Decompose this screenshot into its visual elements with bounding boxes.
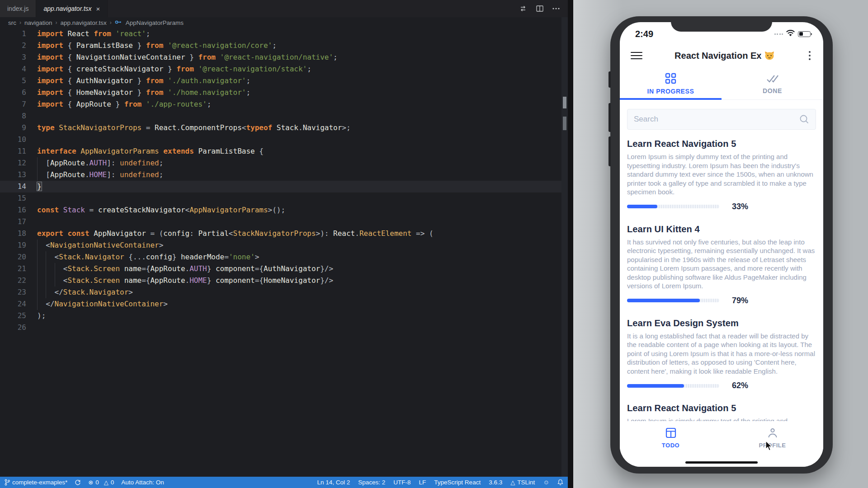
indentation[interactable]: Spaces: 2 [358, 479, 385, 486]
breadcrumb-item[interactable]: AppNavigatorParams [126, 19, 184, 26]
home-indicator[interactable] [685, 461, 758, 464]
tab-index-js[interactable]: index.js [0, 0, 36, 17]
code-line[interactable]: 18export const AppNavigator = (config: P… [0, 228, 561, 239]
task-card[interactable]: Learn Eva Design SystemIt is a long esta… [627, 311, 816, 396]
language-mode[interactable]: TypeScript React [434, 479, 481, 486]
editor-tab-bar: index.js app.navigator.tsx × [0, 0, 568, 17]
code-line[interactable]: 23</Stack.Navigator> [0, 286, 561, 298]
code-line[interactable]: 7import { AppRoute } from './app-routes'… [0, 99, 561, 110]
git-branch-icon [5, 479, 10, 486]
code-line[interactable]: 20<Stack.Navigator {...config} headerMod… [0, 251, 561, 263]
task-card[interactable]: Learn UI Kitten 4It has survived not onl… [627, 217, 816, 311]
tslint-status[interactable]: △ TSLint [510, 479, 535, 486]
close-tab-icon[interactable]: × [96, 5, 100, 13]
code-line[interactable]: 24</NavigationNativeContainer> [0, 298, 561, 310]
breadcrumb-item[interactable]: navigation [24, 19, 52, 26]
error-icon: ⊗ [88, 479, 93, 485]
code-area[interactable]: 1import React from 'react';2import { Par… [0, 28, 561, 333]
more-actions-icon[interactable] [552, 8, 560, 9]
tab-done[interactable]: DONE [722, 68, 823, 99]
line-number: 22 [0, 275, 26, 286]
code-line[interactable]: 6import { HomeNavigator } from './home.n… [0, 87, 561, 99]
line-number: 20 [0, 251, 26, 263]
phone-screen: 2:49 React Navigation Ex IN PROGRESS [620, 22, 823, 467]
task-description: It is a long established fact that a rea… [627, 332, 816, 376]
tab-app-navigator-tsx[interactable]: app.navigator.tsx × [36, 0, 108, 17]
line-number: 26 [0, 322, 26, 333]
task-list[interactable]: Learn React Navigation 5Lorem Ipsum is s… [620, 130, 823, 467]
code-line[interactable]: 22<Stack.Screen name={AppRoute.HOME} com… [0, 275, 561, 286]
code-line[interactable]: 16const Stack = createStackNavigator<App… [0, 204, 561, 216]
line-number: 18 [0, 228, 26, 239]
progress-bar [627, 299, 719, 302]
breadcrumb-item[interactable]: app.navigator.tsx [61, 19, 107, 26]
code-line[interactable]: 14} [0, 181, 561, 192]
line-number: 24 [0, 298, 26, 310]
line-number: 21 [0, 263, 26, 275]
code-line[interactable]: 12[AppRoute.AUTH]: undefined; [0, 157, 561, 169]
notifications-bell-icon[interactable] [557, 479, 563, 486]
search-placeholder: Search [634, 115, 658, 124]
code-line[interactable]: 5import { AuthNavigator } from './auth.n… [0, 75, 561, 87]
cat-emoji-icon [764, 51, 774, 60]
code-line[interactable]: 19<NavigationNativeContainer> [0, 239, 561, 251]
app-title: React Navigation Ex [642, 51, 807, 61]
overflow-menu-icon[interactable] [807, 49, 813, 62]
progress-label: 62% [732, 381, 748, 390]
code-line[interactable]: 25); [0, 310, 561, 322]
symbol-interface-icon [115, 19, 122, 26]
task-title: Learn React Navigation 5 [627, 403, 816, 413]
eol-sequence[interactable]: LF [419, 479, 426, 486]
split-editor-icon[interactable] [536, 5, 543, 12]
code-line[interactable]: 2import { ParamListBase } from '@react-n… [0, 40, 561, 52]
line-number: 4 [0, 63, 26, 75]
encoding[interactable]: UTF-8 [393, 479, 410, 486]
code-line[interactable]: 15 [0, 192, 561, 204]
code-line[interactable]: 26 [0, 322, 561, 333]
volume-down-button [609, 136, 611, 166]
auto-attach-indicator[interactable]: Auto Attach: On [121, 479, 164, 486]
status-bar: complete-exmaples* ⊗ 0 △ 0 Auto Attach: … [0, 477, 568, 488]
vscode-window: index.js app.navigator.tsx × src › navig… [0, 0, 573, 488]
code-line[interactable]: 10 [0, 134, 561, 145]
sync-indicator[interactable] [75, 479, 81, 486]
code-line[interactable]: 21<Stack.Screen name={AppRoute.AUTH} com… [0, 263, 561, 275]
tab-label: index.js [7, 5, 28, 12]
task-card[interactable]: Learn React Navigation 5Lorem Ipsum is s… [627, 131, 816, 217]
menu-icon[interactable] [631, 52, 642, 60]
phone-notch [671, 16, 772, 32]
volume-up-button [609, 103, 611, 132]
code-line[interactable]: 11interface AppNavigatorParams extends P… [0, 145, 561, 157]
line-number: 14 [0, 181, 26, 192]
cursor-position[interactable]: Ln 14, Col 2 [317, 479, 350, 486]
feedback-smiley-icon[interactable]: ☺ [543, 479, 549, 486]
tab-in-progress[interactable]: IN PROGRESS [620, 68, 722, 99]
editor-scrollbar[interactable] [561, 17, 568, 477]
bottom-tab-bar: TODO PROFILE [620, 421, 823, 467]
code-line[interactable]: 8 [0, 110, 561, 122]
code-line[interactable]: 9type StackNavigatorProps = React.Compon… [0, 122, 561, 134]
code-line[interactable]: 17 [0, 216, 561, 228]
code-line[interactable]: 3import { NavigationNativeContainer } fr… [0, 52, 561, 63]
tab-label: app.navigator.tsx [43, 5, 91, 12]
bottom-tab-todo[interactable]: TODO [620, 421, 722, 467]
layout-icon [665, 427, 677, 439]
code-line[interactable]: 1import React from 'react'; [0, 28, 561, 40]
search-input[interactable]: Search [627, 109, 816, 130]
git-branch-indicator[interactable]: complete-exmaples* [5, 479, 67, 486]
line-number: 6 [0, 87, 26, 99]
code-line[interactable]: 4import { createStackNavigator } from '@… [0, 63, 561, 75]
problems-indicator[interactable]: ⊗ 0 △ 0 [88, 479, 114, 486]
open-changes-icon[interactable] [519, 5, 527, 12]
search-icon [799, 114, 809, 124]
typescript-version[interactable]: 3.6.3 [489, 479, 502, 486]
app-header: React Navigation Ex [620, 43, 823, 68]
task-title: Learn React Navigation 5 [627, 139, 816, 149]
task-description: It has survived not only five centuries,… [627, 238, 816, 291]
line-number: 19 [0, 239, 26, 251]
wifi-icon [786, 30, 795, 38]
line-number: 5 [0, 75, 26, 87]
line-number: 17 [0, 216, 26, 228]
code-line[interactable]: 13[AppRoute.HOME]: undefined; [0, 169, 561, 181]
breadcrumb-item[interactable]: src [8, 19, 16, 26]
